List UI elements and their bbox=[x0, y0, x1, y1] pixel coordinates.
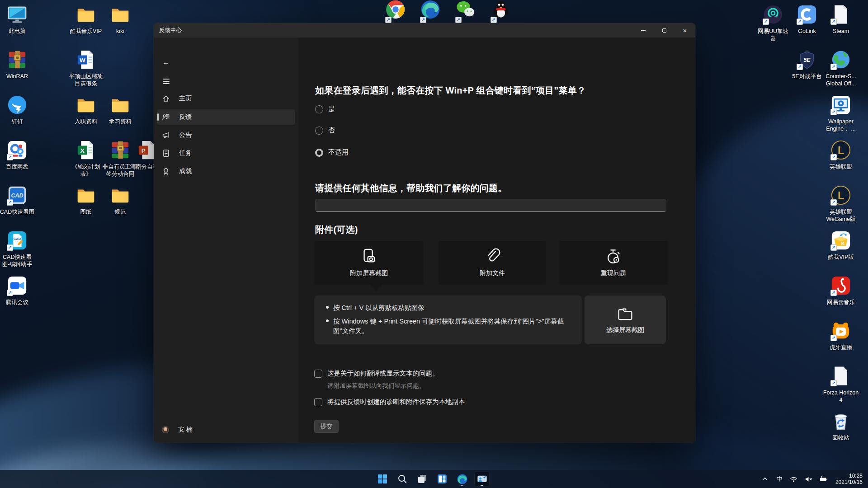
icon-label: Counter-S... Global Off... bbox=[823, 73, 859, 87]
desktop-icon-cad-editor[interactable]: CAD ↗ CAD快速看图-编辑助手 bbox=[0, 230, 35, 268]
svg-text:X: X bbox=[80, 147, 85, 154]
desktop-icon-forza[interactable]: ↗ Forza Horizon 4 bbox=[823, 365, 859, 404]
desktop-icon-lol[interactable]: L ↗ 英雄联盟 bbox=[823, 139, 859, 170]
desktop-icon-word-doc[interactable]: W 平顶山区域项目请假条 bbox=[68, 49, 104, 87]
radio-option-yes[interactable]: 是 bbox=[315, 105, 335, 113]
desktop-icon-lol-wegame[interactable]: L ↗ 英雄联盟WeGame版 bbox=[823, 184, 859, 223]
shortcut-arrow-icon: ↗ bbox=[420, 17, 426, 23]
sidebar-item-feedback[interactable]: 反馈 bbox=[157, 109, 295, 125]
desktop-icon-5e-arena[interactable]: 5E ↗ 5E对战平台 bbox=[789, 49, 825, 80]
search-button[interactable] bbox=[395, 471, 410, 487]
radio-selected-icon bbox=[315, 149, 323, 157]
globe-icon: ↗ bbox=[830, 49, 852, 70]
desktop-icon-qq[interactable]: ↗ bbox=[483, 0, 519, 20]
clock[interactable]: 10:28 2021/10/16 bbox=[833, 473, 865, 485]
attach-screenshot-button[interactable]: 附加屏幕截图 bbox=[314, 241, 424, 285]
desktop-icon-study-folder[interactable]: 学习资料 bbox=[102, 94, 138, 125]
desktop-icon-golink[interactable]: ↗ GoLink bbox=[789, 4, 825, 35]
desktop-icon-excel-doc[interactable]: X 《轮岗计划表》 bbox=[68, 139, 104, 178]
desktop-icon-recycle-bin[interactable]: 回收站 bbox=[823, 410, 859, 441]
maximize-button[interactable] bbox=[654, 23, 675, 38]
sidebar-item-label: 成就 bbox=[179, 167, 192, 175]
desktop-icon-kuwo-folder[interactable]: 酷我音乐VIP bbox=[68, 4, 104, 35]
desktop-icon-this-pc[interactable]: 此电脑 bbox=[0, 4, 35, 35]
desktop-icon-wechat[interactable]: ↗ bbox=[448, 0, 484, 20]
shortcut-arrow-icon: ↗ bbox=[830, 19, 837, 25]
sidebar-item-home[interactable]: 主页 bbox=[157, 91, 295, 106]
icon-label: 图纸 bbox=[68, 208, 104, 216]
task-view-button[interactable] bbox=[415, 471, 430, 487]
desktop-icon-drawings-folder[interactable]: 图纸 bbox=[68, 184, 104, 216]
feedback-hub-icon bbox=[476, 474, 488, 485]
save-local-checkbox[interactable]: 将提供反馈时创建的诊断和附件保存为本地副本 bbox=[314, 398, 465, 406]
radio-option-no[interactable]: 否 bbox=[315, 126, 335, 135]
sidebar-item-user[interactable]: 安 楠 bbox=[157, 422, 295, 437]
desktop-icon-cad-viewer[interactable]: CAD ↗ CAD快速看图 bbox=[0, 184, 35, 216]
radio-option-not-applicable[interactable]: 不适用 bbox=[315, 148, 349, 157]
titlebar[interactable]: 反馈中心 × bbox=[154, 23, 695, 38]
desktop-icon-winrar[interactable]: WinRAR bbox=[0, 49, 35, 80]
wifi-button[interactable] bbox=[788, 472, 800, 486]
choose-screenshot-button[interactable]: 选择屏幕截图 bbox=[585, 296, 666, 344]
desktop-icon-dingtalk[interactable]: 钉钉 bbox=[0, 94, 35, 125]
tip-item: 按 Ctrl + V 以从剪贴板粘贴图像 bbox=[326, 303, 571, 313]
desktop-icon-netease-music[interactable]: ↗ 网易云音乐 bbox=[823, 275, 859, 306]
ime-indicator[interactable]: 中 bbox=[774, 475, 785, 483]
bullet-icon bbox=[326, 306, 329, 309]
minimize-button[interactable] bbox=[633, 23, 654, 38]
taskbar: 中 10:28 2021/10/16 bbox=[0, 470, 868, 488]
sidebar-item-tasks[interactable]: 任务 bbox=[157, 145, 295, 161]
attach-file-button[interactable]: 附加文件 bbox=[439, 241, 546, 285]
feedback-hub-taskbar-button[interactable] bbox=[474, 471, 490, 487]
desktop-icon-onboarding-folder[interactable]: 入职资料 bbox=[68, 94, 104, 125]
running-indicator bbox=[461, 485, 463, 486]
desktop-icon-csgo[interactable]: ↗ Counter-S... Global Off... bbox=[823, 49, 859, 87]
back-button[interactable]: ← bbox=[158, 56, 174, 68]
edge-icon: ↗ bbox=[420, 0, 441, 20]
folder-icon bbox=[75, 184, 97, 206]
cad-editor-icon: CAD ↗ bbox=[6, 230, 28, 251]
submit-button[interactable]: 提交 bbox=[314, 420, 339, 433]
netease-cloud-music-icon: ↗ bbox=[830, 275, 852, 296]
icon-label: Steam bbox=[823, 28, 859, 35]
screenshot-icon bbox=[360, 248, 377, 265]
recreate-problem-button[interactable]: 重现问题 bbox=[559, 241, 668, 285]
sidebar-item-achievements[interactable]: 成就 bbox=[157, 164, 295, 179]
desktop-icon-huya[interactable]: ↗ 虎牙直播 bbox=[823, 320, 859, 351]
desktop-icon-steam[interactable]: ↗ Steam bbox=[823, 4, 859, 35]
battery-button[interactable] bbox=[818, 472, 830, 486]
close-button[interactable]: × bbox=[675, 23, 695, 38]
tray-chevron-button[interactable] bbox=[759, 472, 771, 486]
translation-issue-checkbox[interactable]: 这是关于如何翻译或显示文本的问题。 bbox=[314, 369, 439, 378]
nav-toggle-button[interactable] bbox=[158, 75, 174, 87]
desktop-icon-kiki-folder[interactable]: kiki bbox=[102, 4, 138, 35]
excel-document-icon: X bbox=[75, 139, 97, 161]
desktop: 此电脑 酷我音乐VIP kiki WinRAR W 平顶山区域项目请假条 钉钉 bbox=[0, 0, 868, 488]
desktop-icon-standards-folder[interactable]: 规范 bbox=[102, 184, 138, 216]
translation-hint: 请附加屏幕截图以向我们显示问题。 bbox=[327, 382, 425, 390]
volume-button[interactable] bbox=[803, 472, 815, 486]
additional-info-input[interactable] bbox=[315, 199, 666, 212]
shortcut-arrow-icon: ↗ bbox=[830, 244, 837, 251]
desktop-icon-tencent-meeting[interactable]: ↗ 腾讯会议 bbox=[0, 275, 35, 306]
widgets-button[interactable] bbox=[434, 471, 450, 487]
desktop-icon-uu-booster[interactable]: ↗ 网易UU加速器 bbox=[755, 4, 791, 42]
shortcut-arrow-icon: ↗ bbox=[7, 154, 13, 160]
minimize-icon bbox=[641, 30, 646, 31]
desktop-icon-baidu-pan[interactable]: ↗ 百度网盘 bbox=[0, 139, 35, 170]
desktop-icon-chrome[interactable]: ↗ bbox=[377, 0, 414, 20]
maximize-icon bbox=[662, 28, 666, 33]
sidebar-item-settings[interactable]: 设置 bbox=[157, 440, 295, 443]
icon-label: 入职资料 bbox=[68, 118, 104, 125]
start-button[interactable] bbox=[375, 471, 390, 487]
shortcut-arrow-icon: ↗ bbox=[830, 290, 837, 296]
shortcut-arrow-icon: ↗ bbox=[830, 109, 837, 115]
desktop-icon-edge[interactable]: ↗ bbox=[412, 0, 448, 20]
sidebar-item-announcements[interactable]: 公告 bbox=[157, 127, 295, 143]
edge-taskbar-button[interactable] bbox=[454, 471, 470, 487]
desktop-icon-wallpaper-engine[interactable]: ↗ Wallpaper Engine： ... bbox=[823, 94, 859, 132]
icon-label: 此电脑 bbox=[0, 28, 35, 35]
shortcut-arrow-icon: ↗ bbox=[830, 380, 837, 386]
recycle-bin-icon bbox=[830, 410, 852, 432]
desktop-icon-kuwo-vip[interactable]: K ↗ 酷我VIP版 bbox=[823, 230, 859, 261]
